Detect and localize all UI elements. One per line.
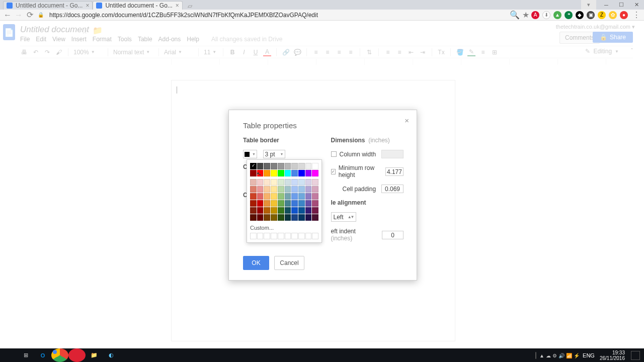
color-swatch[interactable] [257, 170, 264, 176]
color-swatch[interactable] [291, 214, 298, 221]
color-swatch[interactable] [250, 200, 257, 207]
custom-color-label[interactable]: Custom... [250, 225, 318, 231]
color-swatch[interactable] [305, 214, 312, 221]
task-view-icon[interactable]: ⊞ [17, 348, 34, 362]
color-swatch[interactable] [312, 186, 318, 193]
tab-1-close[interactable]: × [86, 2, 89, 9]
color-swatch[interactable] [298, 200, 305, 207]
chrome-icon[interactable] [51, 348, 68, 362]
color-swatch[interactable] [285, 200, 291, 207]
color-swatch[interactable] [250, 207, 257, 214]
color-swatch[interactable] [312, 214, 318, 221]
ext-abp-icon[interactable]: A [531, 11, 539, 19]
color-swatch[interactable] [264, 186, 270, 193]
left-indent-input[interactable]: 0 [382, 231, 404, 239]
border-color-button[interactable]: ▼ [243, 150, 257, 158]
color-swatch[interactable] [250, 214, 257, 221]
color-swatch[interactable] [271, 200, 277, 207]
color-swatch[interactable] [278, 193, 284, 200]
secure-lock-icon[interactable]: 🔒 [35, 11, 46, 20]
color-swatch[interactable] [264, 214, 270, 221]
language-indicator[interactable]: ENG [583, 352, 595, 358]
color-swatch[interactable] [291, 163, 298, 169]
color-swatch[interactable]: ↖ [257, 163, 264, 169]
custom-slot[interactable] [250, 233, 257, 239]
updates-icon[interactable] [535, 352, 536, 358]
color-swatch[interactable] [278, 207, 284, 214]
custom-slot[interactable] [305, 233, 312, 239]
color-swatch[interactable] [271, 179, 277, 186]
chrome-menu-icon[interactable]: ⋮ [631, 11, 642, 20]
ok-button[interactable]: OK [243, 256, 269, 270]
color-swatch[interactable] [305, 163, 312, 169]
color-swatch[interactable] [250, 163, 257, 169]
color-swatch[interactable] [305, 193, 312, 200]
color-swatch[interactable] [285, 186, 291, 193]
custom-slot[interactable] [278, 233, 284, 239]
ext-zotero-icon[interactable]: Z [598, 11, 606, 19]
color-swatch[interactable] [312, 193, 318, 200]
action-center-icon[interactable] [631, 351, 640, 360]
tray-cloud-icon[interactable]: ☁ [546, 353, 551, 358]
url-input[interactable] [46, 11, 509, 19]
window-minimize[interactable]: ─ [599, 0, 614, 10]
color-swatch[interactable] [312, 163, 318, 169]
color-swatch[interactable] [250, 193, 257, 200]
tab-2-close[interactable]: × [176, 2, 179, 9]
custom-slot[interactable] [271, 233, 277, 239]
border-width-select[interactable]: 3 pt ▼ [263, 150, 285, 158]
color-swatch[interactable] [271, 214, 277, 221]
new-tab-button[interactable]: ▱ [186, 3, 195, 10]
color-swatch[interactable] [264, 207, 270, 214]
file-explorer-icon[interactable]: 📁 [86, 348, 103, 362]
custom-slot[interactable] [291, 233, 298, 239]
color-swatch[interactable] [285, 179, 291, 186]
custom-slot[interactable] [285, 233, 291, 239]
color-swatch[interactable] [271, 163, 277, 169]
color-swatch[interactable] [312, 179, 318, 186]
color-swatch[interactable] [264, 179, 270, 186]
start-button[interactable] [0, 348, 17, 362]
color-swatch[interactable] [285, 207, 291, 214]
ext-cast-icon[interactable]: ▣ [587, 11, 595, 19]
color-swatch[interactable] [271, 170, 277, 176]
color-swatch[interactable] [257, 200, 264, 207]
column-width-checkbox[interactable] [331, 151, 337, 157]
color-swatch[interactable] [257, 186, 264, 193]
ext-dropbox-icon[interactable]: ◆ [576, 11, 584, 19]
custom-slot[interactable] [312, 233, 318, 239]
color-swatch[interactable] [291, 170, 298, 176]
color-swatch[interactable] [298, 207, 305, 214]
color-swatch[interactable] [257, 207, 264, 214]
ext-photos-icon[interactable]: ✿ [609, 11, 617, 19]
color-swatch[interactable] [285, 163, 291, 169]
tray-network-icon[interactable]: 📶 [566, 353, 572, 358]
color-swatch[interactable] [305, 179, 312, 186]
custom-slot[interactable] [257, 233, 264, 239]
nav-back[interactable]: ← [2, 11, 13, 20]
color-swatch[interactable] [291, 200, 298, 207]
color-swatch[interactable] [264, 193, 270, 200]
color-swatch[interactable] [312, 207, 318, 214]
record-icon[interactable] [68, 348, 86, 362]
color-swatch[interactable] [305, 200, 312, 207]
cancel-button[interactable]: Cancel [274, 256, 304, 270]
color-swatch[interactable] [298, 163, 305, 169]
color-swatch[interactable] [312, 170, 318, 176]
bookmark-star-icon[interactable]: ★ [520, 11, 531, 20]
color-swatch[interactable] [305, 186, 312, 193]
dialog-close-icon[interactable]: × [405, 116, 409, 125]
media-player-icon[interactable]: ◐ [103, 348, 120, 362]
color-swatch[interactable] [250, 170, 257, 176]
color-swatch[interactable] [250, 186, 257, 193]
window-maximize[interactable]: ☐ [614, 0, 629, 10]
min-row-height-checkbox[interactable]: ✓ [331, 169, 336, 174]
color-swatch[interactable] [264, 163, 270, 169]
color-swatch[interactable] [271, 186, 277, 193]
taskbar-clock[interactable]: 19:33 26/11/2016 [600, 350, 625, 361]
window-tab-button[interactable]: ▾ [581, 0, 596, 10]
color-swatch[interactable] [298, 179, 305, 186]
ext-hangouts-icon[interactable]: ❝ [565, 11, 573, 19]
color-swatch[interactable] [271, 207, 277, 214]
color-swatch[interactable] [312, 200, 318, 207]
